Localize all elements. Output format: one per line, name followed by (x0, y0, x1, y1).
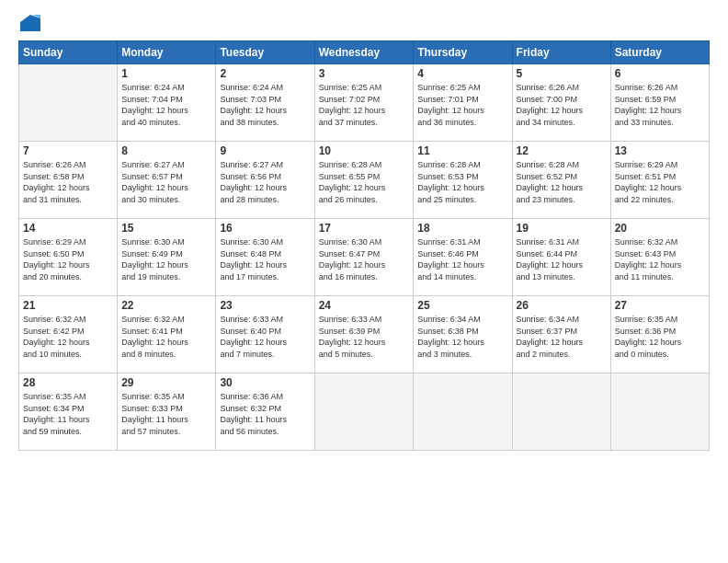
day-info: Sunrise: 6:33 AM Sunset: 6:39 PM Dayligh… (319, 314, 410, 360)
calendar-cell: 24Sunrise: 6:33 AM Sunset: 6:39 PM Dayli… (314, 296, 414, 373)
calendar-cell: 26Sunrise: 6:34 AM Sunset: 6:37 PM Dayli… (512, 296, 610, 373)
day-info: Sunrise: 6:27 AM Sunset: 6:56 PM Dayligh… (220, 159, 310, 205)
calendar-cell: 9Sunrise: 6:27 AM Sunset: 6:56 PM Daylig… (216, 142, 314, 219)
calendar-cell: 20Sunrise: 6:32 AM Sunset: 6:43 PM Dayli… (610, 219, 709, 296)
calendar-header-row: SundayMondayTuesdayWednesdayThursdayFrid… (19, 41, 710, 64)
calendar-cell: 15Sunrise: 6:30 AM Sunset: 6:49 PM Dayli… (118, 219, 216, 296)
day-number: 27 (615, 299, 705, 312)
calendar-cell: 22Sunrise: 6:32 AM Sunset: 6:41 PM Dayli… (118, 296, 216, 373)
day-info: Sunrise: 6:27 AM Sunset: 6:57 PM Dayligh… (121, 159, 211, 205)
calendar-cell: 17Sunrise: 6:30 AM Sunset: 6:47 PM Dayli… (314, 219, 414, 296)
calendar-header-monday: Monday (118, 41, 216, 64)
day-number: 5 (517, 67, 607, 80)
day-info: Sunrise: 6:24 AM Sunset: 7:04 PM Dayligh… (121, 82, 211, 128)
day-number: 25 (417, 299, 507, 312)
day-info: Sunrise: 6:33 AM Sunset: 6:40 PM Dayligh… (220, 314, 310, 360)
day-info: Sunrise: 6:30 AM Sunset: 6:47 PM Dayligh… (319, 236, 410, 282)
day-info: Sunrise: 6:34 AM Sunset: 6:38 PM Dayligh… (417, 314, 507, 360)
calendar-page: SundayMondayTuesdayWednesdayThursdayFrid… (0, 0, 728, 563)
day-number: 6 (615, 67, 705, 80)
day-number: 7 (23, 144, 113, 157)
day-number: 21 (23, 299, 113, 312)
week-row-3: 14Sunrise: 6:29 AM Sunset: 6:50 PM Dayli… (19, 219, 710, 296)
calendar-cell (314, 373, 414, 451)
calendar-header-friday: Friday (512, 41, 610, 64)
day-number: 16 (220, 222, 310, 235)
day-number: 8 (121, 144, 211, 157)
week-row-5: 28Sunrise: 6:35 AM Sunset: 6:34 PM Dayli… (19, 373, 710, 451)
calendar-header-thursday: Thursday (414, 41, 512, 64)
day-number: 26 (517, 299, 607, 312)
day-number: 23 (220, 299, 310, 312)
calendar-cell: 25Sunrise: 6:34 AM Sunset: 6:38 PM Dayli… (414, 296, 512, 373)
calendar-cell: 23Sunrise: 6:33 AM Sunset: 6:40 PM Dayli… (216, 296, 314, 373)
day-number: 17 (319, 222, 410, 235)
day-info: Sunrise: 6:35 AM Sunset: 6:33 PM Dayligh… (121, 391, 211, 437)
day-number: 28 (23, 376, 113, 389)
calendar-table: SundayMondayTuesdayWednesdayThursdayFrid… (18, 40, 710, 451)
calendar-header-sunday: Sunday (19, 41, 118, 64)
day-info: Sunrise: 6:26 AM Sunset: 7:00 PM Dayligh… (517, 82, 607, 128)
day-info: Sunrise: 6:35 AM Sunset: 6:36 PM Dayligh… (615, 314, 705, 360)
day-info: Sunrise: 6:26 AM Sunset: 6:58 PM Dayligh… (23, 159, 113, 205)
day-number: 2 (220, 67, 310, 80)
calendar-cell (512, 373, 610, 451)
day-info: Sunrise: 6:34 AM Sunset: 6:37 PM Dayligh… (517, 314, 607, 360)
week-row-2: 7Sunrise: 6:26 AM Sunset: 6:58 PM Daylig… (19, 142, 710, 219)
day-number: 19 (517, 222, 607, 235)
calendar-cell: 6Sunrise: 6:26 AM Sunset: 6:59 PM Daylig… (610, 64, 709, 142)
day-number: 24 (319, 299, 410, 312)
day-info: Sunrise: 6:36 AM Sunset: 6:32 PM Dayligh… (220, 391, 310, 437)
day-number: 9 (220, 144, 310, 157)
day-info: Sunrise: 6:32 AM Sunset: 6:42 PM Dayligh… (23, 314, 113, 360)
day-info: Sunrise: 6:25 AM Sunset: 7:02 PM Dayligh… (319, 82, 410, 128)
day-number: 12 (517, 144, 607, 157)
calendar-cell (19, 64, 118, 142)
day-info: Sunrise: 6:31 AM Sunset: 6:46 PM Dayligh… (417, 236, 507, 282)
day-number: 11 (417, 144, 507, 157)
day-info: Sunrise: 6:30 AM Sunset: 6:49 PM Dayligh… (121, 236, 211, 282)
calendar-cell: 28Sunrise: 6:35 AM Sunset: 6:34 PM Dayli… (19, 373, 118, 451)
day-info: Sunrise: 6:25 AM Sunset: 7:01 PM Dayligh… (417, 82, 507, 128)
day-number: 13 (615, 144, 705, 157)
day-info: Sunrise: 6:32 AM Sunset: 6:41 PM Dayligh… (121, 314, 211, 360)
calendar-cell: 2Sunrise: 6:24 AM Sunset: 7:03 PM Daylig… (216, 64, 314, 142)
calendar-cell: 1Sunrise: 6:24 AM Sunset: 7:04 PM Daylig… (118, 64, 216, 142)
week-row-4: 21Sunrise: 6:32 AM Sunset: 6:42 PM Dayli… (19, 296, 710, 373)
day-info: Sunrise: 6:32 AM Sunset: 6:43 PM Dayligh… (615, 236, 705, 282)
calendar-cell: 27Sunrise: 6:35 AM Sunset: 6:36 PM Dayli… (610, 296, 709, 373)
day-info: Sunrise: 6:26 AM Sunset: 6:59 PM Dayligh… (615, 82, 705, 128)
calendar-cell: 16Sunrise: 6:30 AM Sunset: 6:48 PM Dayli… (216, 219, 314, 296)
calendar-cell: 11Sunrise: 6:28 AM Sunset: 6:53 PM Dayli… (414, 142, 512, 219)
calendar-cell: 5Sunrise: 6:26 AM Sunset: 7:00 PM Daylig… (512, 64, 610, 142)
day-number: 14 (23, 222, 113, 235)
day-number: 4 (417, 67, 507, 80)
calendar-cell: 29Sunrise: 6:35 AM Sunset: 6:33 PM Dayli… (118, 373, 216, 451)
svg-marker-0 (20, 15, 40, 31)
day-number: 1 (121, 67, 211, 80)
calendar-cell: 7Sunrise: 6:26 AM Sunset: 6:58 PM Daylig… (19, 142, 118, 219)
calendar-cell: 8Sunrise: 6:27 AM Sunset: 6:57 PM Daylig… (118, 142, 216, 219)
day-number: 18 (417, 222, 507, 235)
calendar-cell: 4Sunrise: 6:25 AM Sunset: 7:01 PM Daylig… (414, 64, 512, 142)
logo (18, 17, 40, 33)
calendar-cell: 12Sunrise: 6:28 AM Sunset: 6:52 PM Dayli… (512, 142, 610, 219)
day-info: Sunrise: 6:29 AM Sunset: 6:51 PM Dayligh… (615, 159, 705, 205)
day-info: Sunrise: 6:31 AM Sunset: 6:44 PM Dayligh… (517, 236, 607, 282)
day-number: 20 (615, 222, 705, 235)
calendar-cell: 18Sunrise: 6:31 AM Sunset: 6:46 PM Dayli… (414, 219, 512, 296)
calendar-header-saturday: Saturday (610, 41, 709, 64)
day-info: Sunrise: 6:30 AM Sunset: 6:48 PM Dayligh… (220, 236, 310, 282)
day-info: Sunrise: 6:29 AM Sunset: 6:50 PM Dayligh… (23, 236, 113, 282)
logo-icon (20, 15, 40, 31)
day-number: 3 (319, 67, 410, 80)
calendar-cell: 21Sunrise: 6:32 AM Sunset: 6:42 PM Dayli… (19, 296, 118, 373)
day-number: 30 (220, 376, 310, 389)
day-info: Sunrise: 6:28 AM Sunset: 6:55 PM Dayligh… (319, 159, 410, 205)
day-number: 15 (121, 222, 211, 235)
calendar-cell: 14Sunrise: 6:29 AM Sunset: 6:50 PM Dayli… (19, 219, 118, 296)
day-number: 22 (121, 299, 211, 312)
day-number: 29 (121, 376, 211, 389)
calendar-cell: 10Sunrise: 6:28 AM Sunset: 6:55 PM Dayli… (314, 142, 414, 219)
calendar-header-tuesday: Tuesday (216, 41, 314, 64)
